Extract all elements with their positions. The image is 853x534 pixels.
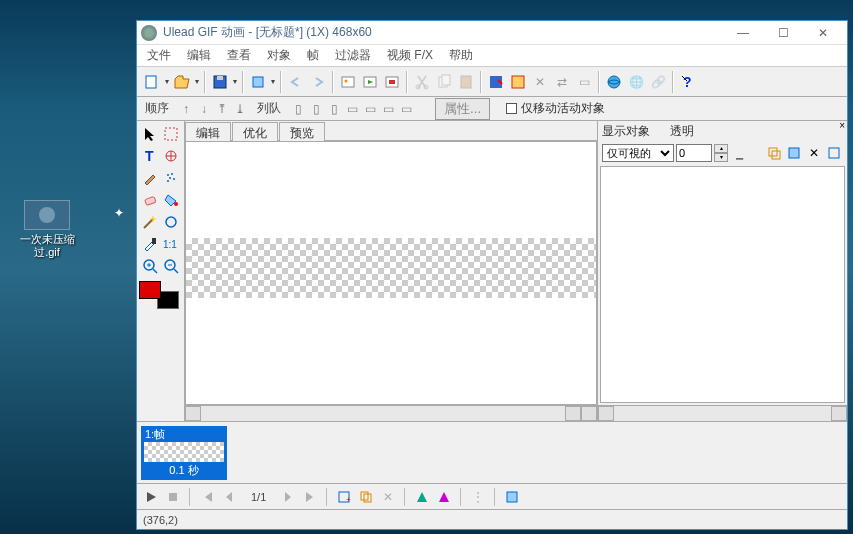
wand-tool[interactable] bbox=[139, 211, 161, 233]
menu-frame[interactable]: 帧 bbox=[299, 45, 327, 66]
new-button[interactable] bbox=[141, 71, 163, 93]
close-button[interactable]: ✕ bbox=[803, 22, 843, 44]
link-button[interactable]: 🔗 bbox=[647, 71, 669, 93]
zoom-out-tool[interactable] bbox=[161, 255, 183, 277]
preview-save-button[interactable] bbox=[485, 71, 507, 93]
object-properties-button[interactable] bbox=[825, 144, 843, 162]
wizard-button[interactable] bbox=[247, 71, 269, 93]
desktop-file[interactable]: 一次未压缩过.gif bbox=[12, 200, 82, 259]
align-center-button[interactable]: ▯ bbox=[307, 100, 325, 118]
titlebar[interactable]: Ulead GIF 动画 - [无标题*] (1X) 468x60 — ☐ ✕ bbox=[137, 21, 847, 45]
frame-wizard-button[interactable] bbox=[507, 71, 529, 93]
zoom-1-1-tool[interactable]: 1:1 bbox=[161, 233, 183, 255]
foreground-color[interactable] bbox=[139, 281, 161, 299]
fill-tool[interactable] bbox=[161, 189, 183, 211]
undo-button[interactable] bbox=[285, 71, 307, 93]
menu-view[interactable]: 查看 bbox=[219, 45, 259, 66]
tab-edit[interactable]: 编辑 bbox=[185, 122, 231, 141]
crop-button[interactable]: ▭ bbox=[573, 71, 595, 93]
web-button[interactable]: 🌐 bbox=[625, 71, 647, 93]
delete-frame-button[interactable]: ✕ bbox=[378, 487, 398, 507]
align-bottom-button[interactable]: ▭ bbox=[379, 100, 397, 118]
new-dropdown[interactable]: ▾ bbox=[163, 77, 171, 86]
panel-h-scrollbar[interactable] bbox=[598, 405, 847, 421]
save-button[interactable] bbox=[209, 71, 231, 93]
visibility-select[interactable]: 仅可視的 bbox=[602, 144, 674, 162]
move-top-button[interactable]: ⤒ bbox=[213, 100, 231, 118]
move-bottom-button[interactable]: ⤓ bbox=[231, 100, 249, 118]
save-dropdown[interactable]: ▾ bbox=[231, 77, 239, 86]
menu-video[interactable]: 视频 F/X bbox=[379, 45, 441, 66]
brush-tool[interactable] bbox=[139, 167, 161, 189]
first-frame-button[interactable] bbox=[197, 487, 217, 507]
redo-button[interactable] bbox=[307, 71, 329, 93]
selection-tool[interactable] bbox=[161, 123, 183, 145]
canvas[interactable] bbox=[186, 238, 596, 298]
color-swatches[interactable] bbox=[139, 281, 179, 309]
tab-optimize[interactable]: 优化 bbox=[232, 122, 278, 141]
add-video-button[interactable] bbox=[359, 71, 381, 93]
object-list[interactable] bbox=[600, 166, 845, 403]
align-middle-button[interactable]: ▭ bbox=[361, 100, 379, 118]
distribute-button[interactable]: ▭ bbox=[397, 100, 415, 118]
browser-preview-button[interactable] bbox=[603, 71, 625, 93]
menu-help[interactable]: 帮助 bbox=[441, 45, 481, 66]
tab-preview[interactable]: 预览 bbox=[279, 122, 325, 141]
open-button[interactable] bbox=[171, 71, 193, 93]
panel-close-icon[interactable]: × bbox=[839, 120, 845, 131]
move-down-button[interactable]: ↓ bbox=[195, 100, 213, 118]
minimize-button[interactable]: — bbox=[723, 22, 763, 44]
h-scrollbar[interactable] bbox=[185, 405, 597, 421]
add-shape-button[interactable] bbox=[381, 71, 403, 93]
align-top-button[interactable]: ▭ bbox=[343, 100, 361, 118]
open-dropdown[interactable]: ▾ bbox=[193, 77, 201, 86]
more-button[interactable]: ⋮ bbox=[468, 487, 488, 507]
merge-object-button[interactable] bbox=[785, 144, 803, 162]
cut-button[interactable] bbox=[411, 71, 433, 93]
zoom-in-tool[interactable] bbox=[139, 255, 161, 277]
slider-icon[interactable]: ⎯ bbox=[730, 144, 748, 162]
eraser-tool[interactable] bbox=[139, 189, 161, 211]
svg-rect-4 bbox=[253, 77, 263, 87]
move-up-button[interactable]: ↑ bbox=[177, 100, 195, 118]
properties-button[interactable]: 属性... bbox=[435, 98, 490, 120]
duplicate-object-button[interactable] bbox=[765, 144, 783, 162]
arrow-tool[interactable] bbox=[139, 123, 161, 145]
effect-button[interactable] bbox=[434, 487, 454, 507]
spray-tool[interactable] bbox=[161, 167, 183, 189]
wizard-dropdown[interactable]: ▾ bbox=[269, 77, 277, 86]
align-left-button[interactable]: ▯ bbox=[289, 100, 307, 118]
add-frame-button[interactable]: + bbox=[334, 487, 354, 507]
shape-tool[interactable] bbox=[161, 211, 183, 233]
move-active-checkbox[interactable]: 仅移动活动对象 bbox=[500, 100, 611, 117]
eyedropper-tool[interactable] bbox=[139, 233, 161, 255]
menu-object[interactable]: 对象 bbox=[259, 45, 299, 66]
text-tool[interactable]: T bbox=[139, 145, 161, 167]
frame-1[interactable]: 1:帧 0.1 秒 bbox=[141, 426, 227, 480]
canvas-area[interactable] bbox=[185, 141, 597, 405]
crop-tool[interactable] bbox=[161, 145, 183, 167]
frame-strip[interactable]: 1:帧 0.1 秒 bbox=[137, 421, 847, 483]
transparency-input[interactable] bbox=[676, 144, 712, 162]
maximize-button[interactable]: ☐ bbox=[763, 22, 803, 44]
menu-edit[interactable]: 编辑 bbox=[179, 45, 219, 66]
menu-filter[interactable]: 过滤器 bbox=[327, 45, 379, 66]
reverse-button[interactable]: ⇄ bbox=[551, 71, 573, 93]
trim-button[interactable]: ✕ bbox=[529, 71, 551, 93]
delete-object-button[interactable]: ✕ bbox=[805, 144, 823, 162]
transparency-spinner[interactable]: ▴▾ bbox=[714, 144, 728, 162]
last-frame-button[interactable] bbox=[300, 487, 320, 507]
menu-file[interactable]: 文件 bbox=[139, 45, 179, 66]
stop-button[interactable] bbox=[163, 487, 183, 507]
copy-button[interactable] bbox=[433, 71, 455, 93]
prev-frame-button[interactable] bbox=[219, 487, 239, 507]
frame-props-button[interactable] bbox=[502, 487, 522, 507]
tween-button[interactable] bbox=[412, 487, 432, 507]
play-button[interactable] bbox=[141, 487, 161, 507]
next-frame-button[interactable] bbox=[278, 487, 298, 507]
align-right-button[interactable]: ▯ bbox=[325, 100, 343, 118]
add-image-button[interactable] bbox=[337, 71, 359, 93]
duplicate-frame-button[interactable] bbox=[356, 487, 376, 507]
help-button[interactable]: ? bbox=[677, 71, 699, 93]
paste-button[interactable] bbox=[455, 71, 477, 93]
